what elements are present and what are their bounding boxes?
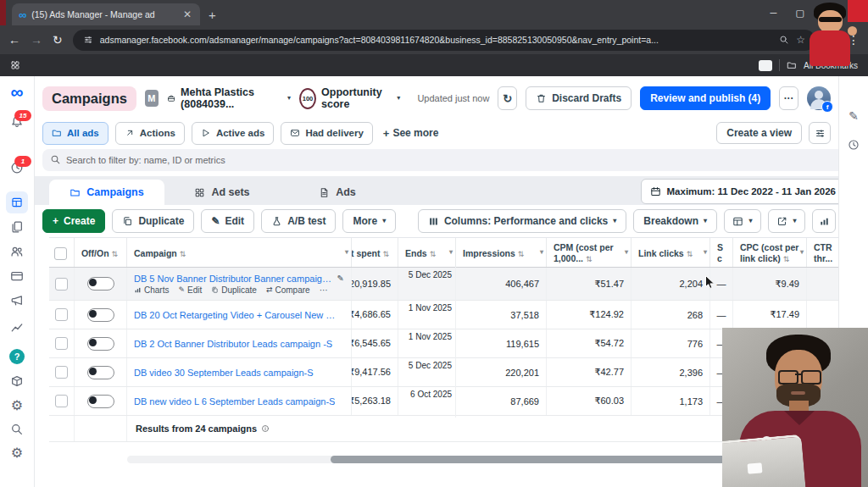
select-all-checkbox[interactable]	[54, 247, 67, 260]
campaign-toggle[interactable]	[87, 308, 114, 322]
export-button[interactable]: ▾	[768, 209, 805, 233]
commerce-icon[interactable]	[10, 374, 24, 388]
profile-avatar[interactable]: f	[807, 86, 831, 110]
see-more-button[interactable]: + See more	[383, 127, 439, 139]
campaign-toggle[interactable]	[87, 277, 114, 291]
meta-logo-icon[interactable]: ∞	[11, 83, 24, 101]
column-menu-icon[interactable]: ▾	[449, 249, 453, 256]
alerts-icon[interactable]: 1	[10, 161, 24, 174]
tab-ads[interactable]: Ads	[280, 180, 395, 205]
edit-action[interactable]: ✎Edit	[178, 285, 202, 295]
events-manager-icon[interactable]	[10, 320, 24, 334]
header-amount-spent[interactable]: t spent⇅	[352, 238, 398, 267]
row-checkbox[interactable]	[55, 308, 68, 321]
row-checkbox[interactable]	[55, 337, 68, 350]
header-impressions[interactable]: Impressions⇅▾	[456, 238, 547, 267]
row-checkbox[interactable]	[55, 366, 68, 379]
tab-campaigns[interactable]: Campaigns	[49, 180, 164, 205]
minimize-icon[interactable]: ─	[771, 8, 777, 18]
filter-had-delivery[interactable]: Had delivery	[281, 122, 372, 145]
refresh-button[interactable]: ↻	[498, 86, 517, 110]
header-off-on[interactable]: Off/On⇅	[75, 238, 127, 267]
ads-manager-nav-icon[interactable]	[6, 191, 28, 213]
view-settings-button[interactable]	[809, 122, 831, 144]
forward-icon[interactable]: →	[31, 34, 42, 46]
campaign-name-link[interactable]: DB video 30 September Leads campaign-S	[134, 368, 314, 378]
campaign-name-link[interactable]: DB 5 Nov Banner Distributor Banner campa…	[134, 274, 333, 284]
duplicate-button[interactable]: Duplicate	[112, 209, 194, 233]
ab-test-button[interactable]: A/B test	[261, 209, 336, 233]
campaign-toggle[interactable]	[87, 337, 114, 351]
column-menu-icon[interactable]: ▾	[540, 249, 543, 256]
side-panel-icon[interactable]	[759, 60, 772, 71]
horizontal-scrollbar-thumb[interactable]	[331, 456, 769, 463]
column-menu-icon[interactable]: ▾	[800, 249, 804, 256]
tab-ad-sets[interactable]: Ad sets	[164, 180, 280, 205]
billing-icon[interactable]	[10, 269, 24, 283]
header-campaign[interactable]: Campaign⇅▾	[127, 238, 352, 267]
campaign-name-link[interactable]: DB 2 Oct Banner Distributor Leads campai…	[134, 339, 332, 349]
account-selector[interactable]: Mehta Plastics (8084039... ▾	[167, 86, 291, 110]
compare-action[interactable]: ⇄Compare	[266, 285, 310, 295]
settings-icon[interactable]: ⚙	[11, 399, 23, 412]
create-button[interactable]: + Create	[42, 209, 105, 233]
info-icon[interactable]	[261, 424, 270, 433]
campaign-toggle[interactable]	[87, 366, 114, 379]
edit-panel-icon[interactable]: ✎	[849, 110, 859, 122]
filter-active-ads[interactable]: Active ads	[192, 122, 275, 145]
search-nav-icon[interactable]	[10, 423, 24, 436]
row-checkbox[interactable]	[55, 278, 68, 291]
audiences-icon[interactable]	[10, 245, 24, 258]
address-bar[interactable]: adsmanager.facebook.com/adsmanager/manag…	[73, 30, 815, 51]
help-icon[interactable]: ?	[9, 349, 25, 364]
edit-button[interactable]: ✎ Edit	[201, 209, 254, 233]
back-icon[interactable]: ←	[8, 34, 20, 46]
header-more-button[interactable]: ···	[779, 86, 798, 110]
campaign-name-link[interactable]: DB 20 Oct Retargeting Video + Carousel N…	[134, 310, 337, 320]
more-button[interactable]: More ▾	[342, 209, 396, 233]
row-more-action[interactable]: ···	[320, 285, 328, 295]
date-range-button[interactable]: Maximum: 11 Dec 2022 - 11 Jan 2026 ▾	[641, 179, 854, 204]
pages-icon[interactable]	[10, 220, 24, 234]
header-cpm[interactable]: CPM (cost per1,000...⇅▾	[547, 238, 632, 267]
charts-panel-button[interactable]	[812, 209, 836, 233]
search-lens-icon[interactable]	[779, 35, 789, 45]
header-ends[interactable]: Ends⇅▾	[398, 238, 456, 267]
history-icon[interactable]	[848, 139, 860, 151]
create-view-button[interactable]: Create a view	[716, 122, 802, 144]
campaign-toggle[interactable]	[87, 395, 114, 408]
duplicate-action[interactable]: Duplicate	[211, 285, 257, 295]
column-menu-icon[interactable]: ▾	[345, 249, 348, 256]
cpm-value: ₹124.92	[547, 301, 632, 329]
column-menu-icon[interactable]: ▾	[625, 249, 628, 256]
review-publish-button[interactable]: Review and publish (4)	[640, 86, 771, 110]
column-menu-icon[interactable]: ▾	[704, 249, 707, 256]
row-checkbox[interactable]	[55, 395, 68, 407]
charts-action[interactable]: Charts	[134, 285, 169, 295]
header-s-column[interactable]: Sc	[710, 238, 733, 267]
opportunity-score[interactable]: 100 Opportunity score ▾	[299, 86, 400, 110]
search-input[interactable]	[42, 149, 868, 171]
header-cpc[interactable]: CPC (cost perlink click)⇅▾	[733, 238, 807, 267]
browser-tab[interactable]: ∞ (15) Ads Manager - Manage ad ✕	[12, 3, 200, 25]
new-tab-button[interactable]: +	[209, 8, 216, 21]
table-row[interactable]: DB 5 Nov Banner Distributor Banner campa…	[49, 268, 858, 301]
header-select-all[interactable]	[49, 238, 75, 267]
reports-button[interactable]: ▾	[724, 209, 761, 233]
filter-all-ads[interactable]: All ads	[42, 122, 108, 145]
reload-icon[interactable]: ↻	[53, 34, 63, 46]
campaign-name-link[interactable]: DB new video L 6 September Leads campaig…	[134, 396, 335, 407]
edit-name-icon[interactable]: ✎	[337, 274, 344, 283]
apps-grid-icon[interactable]	[10, 60, 20, 70]
tab-close-icon[interactable]: ✕	[181, 9, 193, 19]
business-settings-icon[interactable]: ⚙	[11, 446, 23, 460]
header-link-clicks[interactable]: Link clicks⇅▾	[632, 238, 710, 267]
site-info-icon[interactable]	[83, 35, 93, 45]
discard-drafts-button[interactable]: Discard Drafts	[526, 86, 632, 110]
notifications-icon[interactable]: 15	[10, 115, 24, 129]
filter-actions[interactable]: Actions	[115, 122, 185, 145]
columns-button[interactable]: Columns: Performance and clicks ▾	[418, 209, 626, 233]
breakdown-button[interactable]: Breakdown ▾	[633, 209, 717, 233]
advertise-icon[interactable]	[10, 294, 24, 307]
table-row[interactable]: DB 20 Oct Retargeting Video + Carousel N…	[49, 301, 858, 329]
